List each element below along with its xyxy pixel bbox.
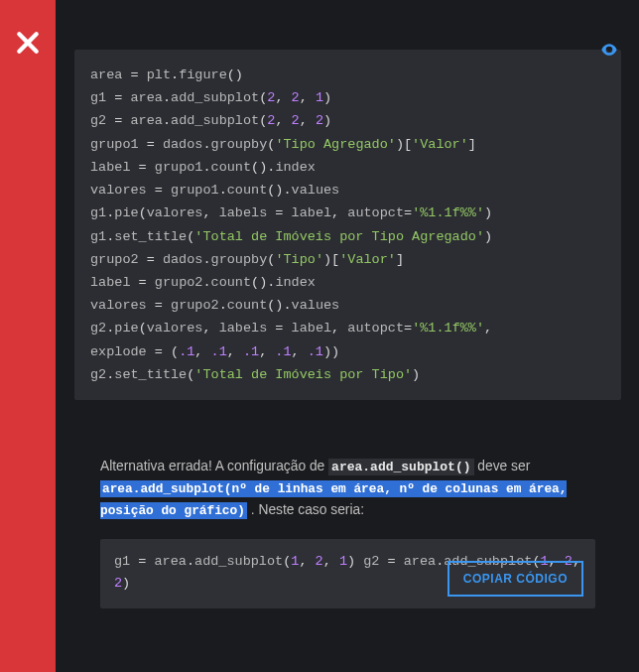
explanation-text: Alternativa errada! A configuração de ar…	[100, 456, 595, 521]
explain-t3: . Neste caso seria:	[247, 502, 364, 517]
explanation-section: Alternativa errada! A configuração de ar…	[74, 438, 621, 638]
close-button[interactable]	[15, 30, 41, 60]
copy-button[interactable]: COPIAR CÓDIGO	[447, 561, 583, 597]
inline-code: area.add_subplot()	[328, 459, 473, 475]
main-content: area = plt.figure() g1 = area.add_subplo…	[74, 0, 639, 638]
explain-t2: deve ser	[474, 459, 531, 473]
svg-point-2	[607, 48, 610, 51]
visibility-button[interactable]	[599, 40, 619, 64]
close-icon	[15, 30, 41, 56]
code-block-question: area = plt.figure() g1 = area.add_subplo…	[74, 50, 621, 400]
code-block-answer: g1 = area.add_subplot(1, 2, 1) g2 = area…	[100, 539, 595, 609]
sidebar	[0, 0, 56, 672]
eye-icon	[599, 40, 619, 60]
explain-t1: Alternativa errada! A configuração de	[100, 459, 328, 473]
